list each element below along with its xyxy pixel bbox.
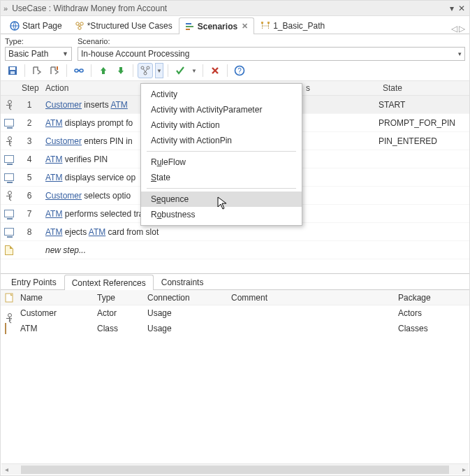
menu-item[interactable]: Activity with Action (141, 117, 302, 133)
action-text: verifies PIN (62, 154, 108, 164)
tab-close-icon[interactable]: ✕ (242, 22, 248, 31)
move-down-button[interactable] (113, 63, 128, 78)
col-state[interactable]: State (379, 83, 469, 93)
tab-start-page[interactable]: Start Page (3, 17, 68, 34)
col-connection[interactable]: Connection (143, 293, 227, 303)
action-text: displays service op (62, 173, 135, 182)
window-title: UseCase : Withdraw Money from Account (12, 3, 447, 13)
svg-point-18 (144, 72, 147, 75)
context-ref-row[interactable]: CustomerActorUsageActors (1, 305, 469, 321)
step-number: 8 (17, 227, 41, 237)
action-text: card from slot (105, 227, 159, 237)
new-step-placeholder: new step... (41, 245, 302, 255)
chevron-down-icon: ▾ (458, 50, 462, 57)
scenario-toolbar: ▼ ▼ ? (1, 61, 469, 80)
scroll-left-icon[interactable]: ◂ (1, 466, 11, 473)
ref-connection: Usage (143, 324, 227, 333)
context-ref-row[interactable]: ATMClassUsageClasses (1, 321, 469, 336)
expand-icon[interactable]: » (3, 4, 8, 13)
screen-icon (4, 228, 14, 236)
delete-button[interactable] (207, 63, 223, 78)
menu-item[interactable]: State (141, 170, 302, 185)
menu-item[interactable]: Robustness (141, 207, 302, 222)
scroll-thumb[interactable] (21, 466, 449, 474)
scenario-combo[interactable]: In-house Account Processing ▾ (78, 47, 465, 61)
action-text: selects optio (82, 191, 131, 201)
entity-link[interactable]: Customer (45, 136, 82, 146)
svg-rect-5 (186, 26, 193, 27)
menu-item[interactable]: Activity with ActivityParameter (141, 102, 302, 117)
tab-label: Start Page (22, 21, 62, 31)
actor-icon (5, 136, 13, 146)
link-button[interactable] (71, 63, 87, 78)
titlebar: » UseCase : Withdraw Money from Account … (1, 1, 469, 16)
accept-dropdown[interactable]: ▼ (190, 68, 198, 74)
menu-item[interactable]: RuleFlow (141, 154, 302, 170)
svg-text:?: ? (237, 67, 242, 75)
detail-tab[interactable]: Constraints (154, 274, 212, 289)
svg-rect-10 (10, 67, 15, 70)
step-state: START (379, 100, 469, 110)
menu-item[interactable]: Activity with ActionPin (141, 133, 302, 148)
tab-structured-use-cases[interactable]: *Structured Use Cases (68, 17, 179, 34)
col-step[interactable]: Step (17, 83, 41, 93)
context-refs-header: Name Type Connection Comment Package (1, 290, 469, 305)
col-name[interactable]: Name (16, 293, 93, 303)
type-combo[interactable]: Basic Path ▼ (5, 47, 72, 61)
col-package[interactable]: Package (394, 293, 469, 303)
step-number: 1 (17, 100, 41, 110)
svg-point-3 (78, 26, 81, 29)
generate-diagram-dropdown[interactable]: ▼ (155, 63, 163, 78)
step-action[interactable]: ATM ejects ATM card from slot (41, 227, 302, 237)
ref-type: Actor (93, 308, 143, 318)
step-number: 2 (17, 118, 41, 128)
ref-connection: Usage (143, 308, 227, 318)
entity-link[interactable]: ATM (45, 154, 62, 164)
actor-icon (5, 100, 13, 110)
minimize-icon[interactable]: ▾ (447, 3, 457, 13)
detail-tab[interactable]: Entry Points (3, 274, 64, 289)
tab-basic-path[interactable]: 1_Basic_Path (254, 17, 331, 34)
col-comment[interactable]: Comment (227, 293, 394, 303)
entity-link[interactable]: ATM (45, 209, 62, 219)
save-button[interactable] (5, 63, 20, 78)
menu-item[interactable]: Activity (141, 87, 302, 102)
action-text: inserts (82, 100, 110, 110)
entity-link[interactable]: ATM (89, 227, 105, 237)
entity-link[interactable]: Customer (45, 191, 82, 201)
accept-button[interactable] (172, 63, 188, 78)
chevron-down-icon: ▼ (62, 50, 68, 57)
tab-scroll-right-icon[interactable]: ▷ (459, 24, 465, 34)
ref-package: Classes (394, 324, 469, 333)
move-up-button[interactable] (96, 63, 111, 78)
tab-label: 1_Basic_Path (273, 21, 325, 31)
col-type[interactable]: Type (93, 293, 143, 303)
scenario-value: In-house Account Processing (81, 49, 189, 59)
entity-link[interactable]: ATM (45, 118, 62, 128)
path-tool-1[interactable] (29, 63, 45, 78)
horizontal-scrollbar[interactable]: ◂ ▸ (1, 463, 469, 475)
entity-link[interactable]: ATM (45, 173, 62, 182)
scroll-right-icon[interactable]: ▸ (459, 466, 469, 473)
entity-link[interactable]: Customer (45, 100, 82, 110)
path-tool-2[interactable] (47, 63, 62, 78)
sequence-icon (260, 21, 270, 31)
close-icon[interactable]: ✕ (457, 3, 467, 13)
help-button[interactable]: ? (232, 63, 247, 78)
generate-diagram-button[interactable] (138, 63, 153, 78)
step-number: 4 (17, 154, 41, 164)
ref-name: Customer (16, 308, 93, 318)
svg-rect-11 (10, 71, 15, 74)
entity-link[interactable]: ATM (45, 227, 62, 237)
tab-scroll-left-icon[interactable]: ◁ (451, 24, 457, 34)
menu-item[interactable]: Sequence (141, 192, 302, 207)
detail-tab[interactable]: Context References (64, 275, 154, 290)
tab-label: *Structured Use Cases (87, 21, 172, 31)
step-state: PROMPT_FOR_PIN (379, 118, 469, 128)
col-uses-partial[interactable]: s (302, 83, 379, 93)
ref-type: Class (93, 324, 143, 333)
tab-scenarios[interactable]: Scenarios ✕ (179, 17, 254, 34)
new-step-row[interactable]: new step... (1, 241, 469, 259)
entity-link[interactable]: ATM (110, 100, 127, 110)
svg-rect-7 (261, 22, 263, 24)
